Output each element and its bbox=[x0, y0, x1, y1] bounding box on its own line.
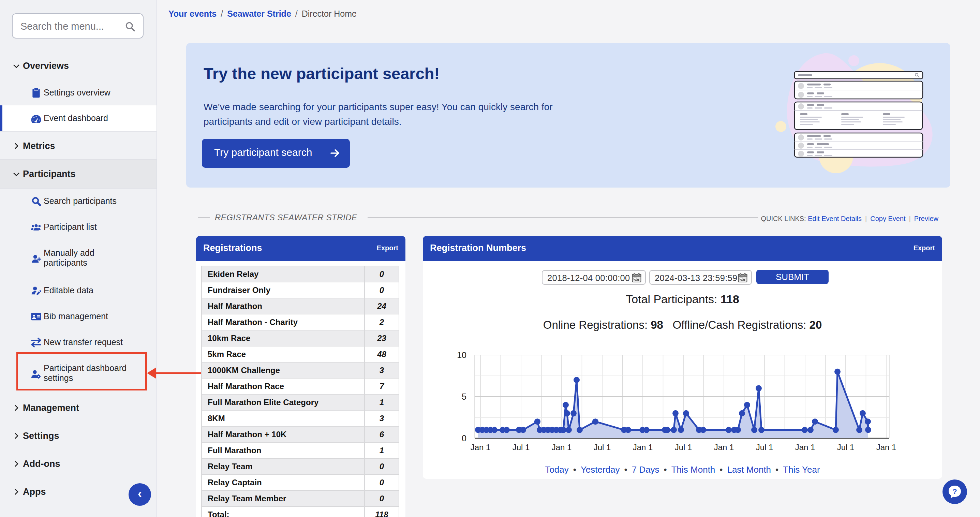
svg-text:Jan 1: Jan 1 bbox=[633, 443, 653, 452]
svg-text:Jul 1: Jul 1 bbox=[512, 443, 530, 452]
svg-text:Jan 1: Jan 1 bbox=[795, 443, 815, 452]
svg-text:Jan 1: Jan 1 bbox=[877, 443, 896, 452]
svg-text:5: 5 bbox=[462, 392, 466, 401]
svg-text:Jan 1: Jan 1 bbox=[552, 443, 572, 452]
svg-text:Jul 1: Jul 1 bbox=[675, 443, 692, 452]
svg-text:Jan 1: Jan 1 bbox=[471, 443, 491, 452]
svg-text:?: ? bbox=[952, 487, 957, 496]
svg-text:Jan 1: Jan 1 bbox=[714, 443, 734, 452]
svg-text:Jul 1: Jul 1 bbox=[593, 443, 611, 452]
svg-text:Jul 1: Jul 1 bbox=[837, 443, 854, 452]
svg-text:0: 0 bbox=[462, 433, 466, 443]
svg-text:10: 10 bbox=[457, 350, 466, 360]
svg-text:Jul 1: Jul 1 bbox=[756, 443, 773, 452]
